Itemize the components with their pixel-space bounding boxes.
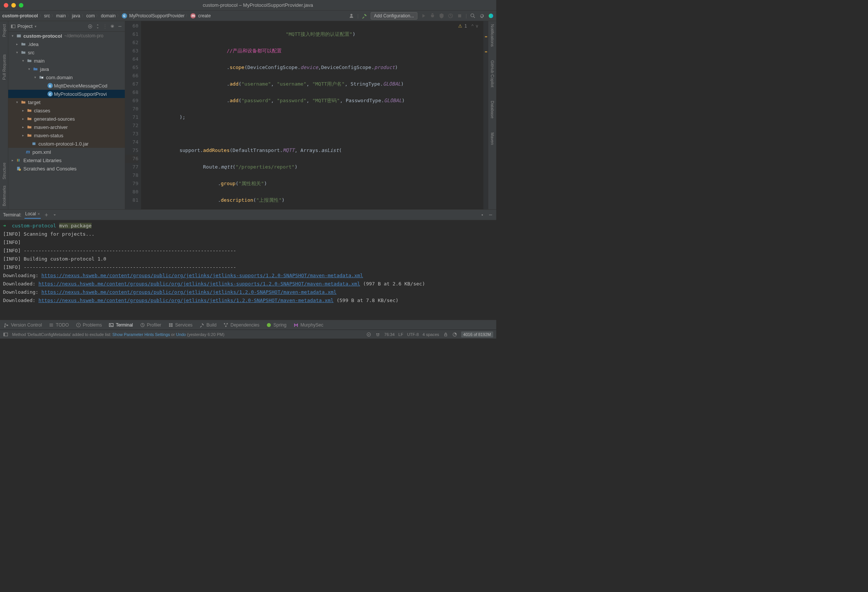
tree-java[interactable]: java bbox=[8, 65, 125, 73]
build-tool-tab[interactable]: Build bbox=[199, 322, 217, 328]
svg-rect-28 bbox=[169, 325, 170, 327]
tree-classes[interactable]: classes bbox=[8, 106, 125, 115]
project-tool-tab[interactable]: Project bbox=[2, 21, 6, 40]
crumb-domain[interactable]: domain bbox=[101, 13, 115, 18]
file-encoding[interactable]: UTF-8 bbox=[407, 332, 419, 337]
select-opened-file-icon[interactable] bbox=[87, 24, 93, 29]
services-tool-tab[interactable]: Services bbox=[168, 322, 193, 328]
terminal-label: Terminal: bbox=[3, 212, 21, 218]
murphy-tool-tab[interactable]: MurphySec bbox=[293, 322, 324, 328]
structure-tool-tab[interactable]: Structure bbox=[2, 160, 6, 183]
notifications-tool-tab[interactable]: Notifications bbox=[490, 21, 495, 50]
tool-windows-icon[interactable] bbox=[3, 332, 8, 337]
tree-scratches[interactable]: Scratches and Consoles bbox=[8, 164, 125, 173]
todo-tool-tab[interactable]: TODO bbox=[49, 322, 69, 328]
svg-rect-1 bbox=[458, 14, 461, 17]
method-icon: m bbox=[190, 13, 196, 18]
search-icon[interactable] bbox=[470, 13, 476, 19]
terminal-tab-local[interactable]: Local × bbox=[25, 211, 41, 219]
tree-root[interactable]: custom-protocol ~/demo/custom-pro bbox=[8, 32, 125, 40]
tree-main[interactable]: main bbox=[8, 57, 125, 65]
tree-mvnarch[interactable]: maven-archiver bbox=[8, 123, 125, 131]
profiler-tool-tab[interactable]: Profiler bbox=[140, 322, 161, 328]
project-view-selector[interactable]: Project ▾ bbox=[11, 23, 37, 29]
jetbrains-icon[interactable] bbox=[488, 13, 494, 19]
presentation-icon[interactable] bbox=[452, 332, 457, 337]
debug-icon[interactable] bbox=[429, 13, 436, 19]
svg-point-2 bbox=[471, 14, 474, 17]
indent-setting[interactable]: 4 spaces bbox=[423, 332, 439, 337]
readonly-icon[interactable] bbox=[443, 332, 448, 337]
tree-pom[interactable]: m pom.xml bbox=[8, 148, 125, 156]
crumb-com[interactable]: com bbox=[86, 13, 95, 18]
crumb-src[interactable]: src bbox=[44, 13, 50, 18]
terminal-tool-tab[interactable]: Terminal bbox=[109, 322, 133, 328]
tree-package[interactable]: com.domain bbox=[8, 73, 125, 81]
crumb-class[interactable]: MyProtocolSupportProvider bbox=[129, 13, 185, 18]
add-configuration-button[interactable]: Add Configuration... bbox=[371, 12, 417, 20]
cursor-position[interactable]: 76:34 bbox=[384, 332, 395, 337]
vcs-tool-tab[interactable]: Version Control bbox=[4, 322, 42, 328]
svg-point-7 bbox=[89, 26, 91, 27]
profile-icon[interactable] bbox=[448, 13, 454, 19]
settings-icon[interactable] bbox=[110, 24, 115, 29]
memory-indicator[interactable]: 4016 of 8192M bbox=[461, 331, 493, 337]
code-area[interactable]: "MQTT接入时使用的认证配置") //产品和设备都可以配置 .scope(De… bbox=[141, 21, 488, 209]
spring-tool-tab[interactable]: Spring bbox=[266, 322, 287, 328]
problems-tool-tab[interactable]: Problems bbox=[76, 322, 102, 328]
minimize-window-button[interactable] bbox=[11, 3, 16, 8]
status-link-settings[interactable]: Show Parameter Hints Settings bbox=[112, 332, 170, 337]
coverage-icon[interactable] bbox=[439, 13, 445, 19]
svg-rect-9 bbox=[118, 26, 121, 26]
tree-src[interactable]: src bbox=[8, 48, 125, 57]
line-separator[interactable]: LF bbox=[399, 332, 403, 337]
expand-all-icon[interactable] bbox=[95, 24, 100, 29]
build-icon[interactable] bbox=[362, 13, 368, 19]
tree-ext-libs[interactable]: External Libraries bbox=[8, 156, 125, 164]
hide-panel-icon[interactable] bbox=[117, 24, 123, 29]
sync-icon[interactable] bbox=[366, 332, 371, 337]
crumb-root[interactable]: custom-protocol bbox=[2, 13, 38, 18]
close-tab-icon[interactable]: × bbox=[37, 212, 40, 216]
project-tree[interactable]: custom-protocol ~/demo/custom-pro .idea … bbox=[8, 32, 125, 209]
code-editor[interactable]: 6061626364656667686970717273747576777879… bbox=[125, 21, 488, 209]
hide-terminal-icon[interactable] bbox=[488, 212, 493, 218]
dependencies-tool-tab[interactable]: Dependencies bbox=[223, 322, 259, 328]
crumb-method[interactable]: create bbox=[198, 13, 210, 18]
terminal-body[interactable]: ➜ custom-protocol mvn package [INFO] Sca… bbox=[0, 220, 496, 320]
stop-icon[interactable] bbox=[457, 13, 463, 19]
right-toolstrip: Notifications GitHub Copilot Database Ma… bbox=[488, 21, 496, 209]
class-icon: c bbox=[122, 13, 127, 18]
crumb-main[interactable]: main bbox=[56, 13, 66, 18]
terminal-dropdown-icon[interactable] bbox=[52, 212, 57, 218]
tree-mvnstat[interactable]: maven-status bbox=[8, 131, 125, 140]
terminal-settings-icon[interactable] bbox=[480, 212, 485, 218]
editor-scrollbar[interactable] bbox=[483, 21, 488, 209]
svg-rect-24 bbox=[109, 323, 113, 326]
bottom-toolstrip: Version Control TODO Problems Terminal P… bbox=[0, 320, 496, 330]
close-window-button[interactable] bbox=[4, 3, 8, 8]
maximize-window-button[interactable] bbox=[19, 3, 23, 8]
tree-jar[interactable]: custom-protocol-1.0.jar bbox=[8, 140, 125, 148]
copilot-tool-tab[interactable]: GitHub Copilot bbox=[490, 57, 495, 90]
database-tool-tab[interactable]: Database bbox=[490, 98, 495, 121]
run-icon[interactable] bbox=[420, 13, 426, 19]
svg-point-3 bbox=[489, 14, 493, 18]
svg-rect-10 bbox=[17, 35, 21, 38]
tree-file-provider[interactable]: c MyProtocolSupportProvi bbox=[8, 90, 125, 98]
user-dropdown-icon[interactable] bbox=[348, 13, 354, 19]
maven-tool-tab[interactable]: Maven bbox=[490, 129, 495, 148]
editor-inspections[interactable]: ⚠ 1 ^ v bbox=[458, 23, 478, 29]
pull-requests-tool-tab[interactable]: Pull Requests bbox=[2, 51, 6, 83]
copilot-status-icon[interactable] bbox=[375, 332, 380, 337]
crumb-java[interactable]: java bbox=[72, 13, 80, 18]
tree-gensrc[interactable]: generated-sources bbox=[8, 115, 125, 123]
bookmarks-tool-tab[interactable]: Bookmarks bbox=[2, 183, 6, 209]
new-terminal-icon[interactable] bbox=[44, 212, 49, 218]
settings-icon[interactable] bbox=[479, 13, 485, 19]
status-link-undo[interactable]: Undo bbox=[176, 332, 186, 337]
tree-idea[interactable]: .idea bbox=[8, 40, 125, 48]
tree-target[interactable]: target bbox=[8, 98, 125, 106]
svg-rect-13 bbox=[32, 143, 35, 143]
tree-file-codec[interactable]: c MqttDeviceMessageCod bbox=[8, 81, 125, 90]
